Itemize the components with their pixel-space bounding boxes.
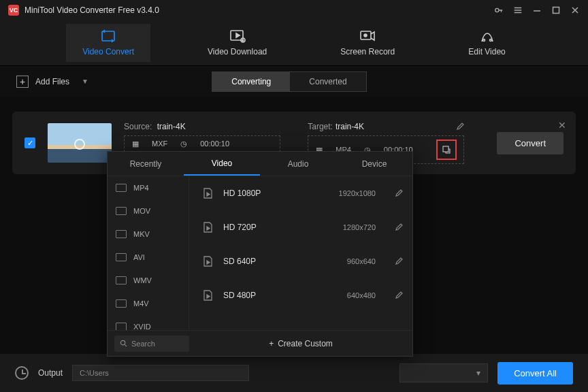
preset-edit-icon[interactable] <box>395 189 403 197</box>
format-name: XVID <box>133 323 151 330</box>
play-file-icon <box>201 221 214 233</box>
target-name: train-4K <box>336 122 364 131</box>
nav-video-convert[interactable]: Video Convert <box>66 24 150 62</box>
format-name: MOV <box>133 207 150 215</box>
format-item-mov[interactable]: MOV <box>108 199 189 223</box>
remove-file-icon[interactable]: ✕ <box>558 120 566 131</box>
nav-label: Video Convert <box>82 47 134 56</box>
play-file-icon <box>201 187 214 199</box>
batch-target-select[interactable]: ▾ <box>399 363 488 382</box>
preset-resolution: 640x480 <box>321 291 376 299</box>
main-nav: Video Convert Video Download Screen Reco… <box>0 20 588 65</box>
preset-row[interactable]: HD 720P1280x720 <box>189 210 412 244</box>
format-item-avi[interactable]: AVI <box>108 246 189 269</box>
add-files-button[interactable]: + Add Files ▼ <box>16 76 88 88</box>
edit-target-icon[interactable] <box>456 122 464 131</box>
format-name: MKV <box>133 230 150 238</box>
nav-video-download[interactable]: Video Download <box>191 24 283 62</box>
preset-resolution: 960x640 <box>321 257 376 265</box>
flyout-tab-recently[interactable]: Recently <box>108 152 184 176</box>
preset-edit-icon[interactable] <box>395 223 403 231</box>
format-item-wmv[interactable]: WMV <box>108 269 189 292</box>
convert-all-button[interactable]: Convert All <box>497 362 573 385</box>
bottom-bar: Output C:\Users ▾ Convert All <box>0 354 588 392</box>
app-title: MiniTool Video Converter Free v3.4.0 <box>24 5 159 15</box>
preset-list[interactable]: HD 1080P1920x1080HD 720P1280x720SD 640P9… <box>189 176 412 330</box>
menu-icon[interactable] <box>513 5 523 15</box>
output-label: Output <box>38 368 63 378</box>
clock-icon: ◷ <box>180 140 188 148</box>
target-format-picker-button[interactable] <box>436 140 457 160</box>
close-icon[interactable] <box>570 5 580 15</box>
play-file-icon <box>201 289 214 301</box>
nav-screen-record[interactable]: Screen Record <box>324 24 411 62</box>
convert-button[interactable]: Convert <box>497 132 564 154</box>
plus-icon: + <box>16 76 29 88</box>
format-icon: ▦ <box>131 140 140 148</box>
flyout-tab-video[interactable]: Video <box>184 152 260 176</box>
nav-label: Video Download <box>208 47 267 56</box>
format-item-xvid[interactable]: XVID <box>108 315 189 330</box>
sub-toolbar: + Add Files ▼ Converting Converted <box>0 65 588 97</box>
svg-point-0 <box>495 8 499 12</box>
create-custom-label: Create Custom <box>278 339 333 348</box>
svg-point-10 <box>120 340 125 344</box>
format-item-m4v[interactable]: M4V <box>108 292 189 315</box>
svg-point-7 <box>483 39 485 42</box>
nav-edit-video[interactable]: Edit Video <box>452 24 522 62</box>
format-search-input[interactable]: Search <box>114 336 189 352</box>
source-name: train-4K <box>157 122 186 131</box>
format-name: M4V <box>133 299 149 308</box>
svg-point-6 <box>364 34 367 37</box>
format-name: AVI <box>133 253 145 261</box>
app-logo: VC <box>8 5 19 16</box>
source-info-box: ▦ MXF ◷ 00:00:10 <box>124 135 280 152</box>
format-item-mp4[interactable]: MP4 <box>108 176 189 199</box>
preset-name: HD 720P <box>223 223 312 232</box>
output-path-field[interactable]: C:\Users <box>72 365 249 381</box>
minimize-icon[interactable] <box>532 5 542 15</box>
add-files-label: Add Files <box>35 77 69 86</box>
format-badge-icon <box>116 323 127 330</box>
format-badge-icon <box>116 299 127 308</box>
format-list[interactable]: MP4MOVMKVAVIWMVM4VXVIDASF <box>108 176 189 330</box>
preset-name: SD 480P <box>223 291 312 300</box>
chevron-down-icon[interactable]: ▼ <box>82 78 88 85</box>
svg-rect-9 <box>443 146 448 152</box>
tab-converting[interactable]: Converting <box>212 72 290 91</box>
preset-name: SD 640P <box>223 257 312 266</box>
nav-label: Screen Record <box>340 47 395 56</box>
format-picker-popup: Recently Video Audio Device MP4MOVMKVAVI… <box>107 151 413 357</box>
format-badge-icon <box>116 207 127 215</box>
format-badge-icon <box>116 276 127 284</box>
format-name: WMV <box>133 276 152 284</box>
file-checkbox[interactable]: ✓ <box>24 137 35 148</box>
create-custom-button[interactable]: + Create Custom <box>269 339 333 348</box>
source-duration: 00:00:10 <box>200 140 229 148</box>
plus-icon: + <box>269 339 274 348</box>
preset-row[interactable]: HD 1080P1920x1080 <box>189 176 412 210</box>
format-badge-icon <box>116 230 127 238</box>
format-badge-icon <box>116 184 127 192</box>
flyout-tab-audio[interactable]: Audio <box>260 152 336 176</box>
format-badge-icon <box>116 253 127 261</box>
preset-row[interactable]: SD 480P640x480 <box>189 278 412 312</box>
status-tabs: Converting Converted <box>212 71 366 92</box>
schedule-icon[interactable] <box>15 366 29 380</box>
video-thumbnail[interactable] <box>48 123 112 163</box>
preset-edit-icon[interactable] <box>395 257 403 265</box>
tab-converted[interactable]: Converted <box>290 72 365 91</box>
svg-rect-1 <box>553 7 559 14</box>
source-format: MXF <box>152 140 167 148</box>
source-label: Source: <box>124 122 152 131</box>
preset-edit-icon[interactable] <box>395 291 403 299</box>
maximize-icon[interactable] <box>551 5 561 15</box>
preset-resolution: 1920x1080 <box>321 189 376 197</box>
preset-row[interactable]: SD 640P960x640 <box>189 244 412 278</box>
format-item-mkv[interactable]: MKV <box>108 223 189 246</box>
upgrade-key-icon[interactable] <box>494 5 504 15</box>
svg-rect-2 <box>102 31 114 41</box>
chevron-down-icon: ▾ <box>476 368 480 378</box>
nav-label: Edit Video <box>468 47 506 56</box>
flyout-tab-device[interactable]: Device <box>336 152 412 176</box>
